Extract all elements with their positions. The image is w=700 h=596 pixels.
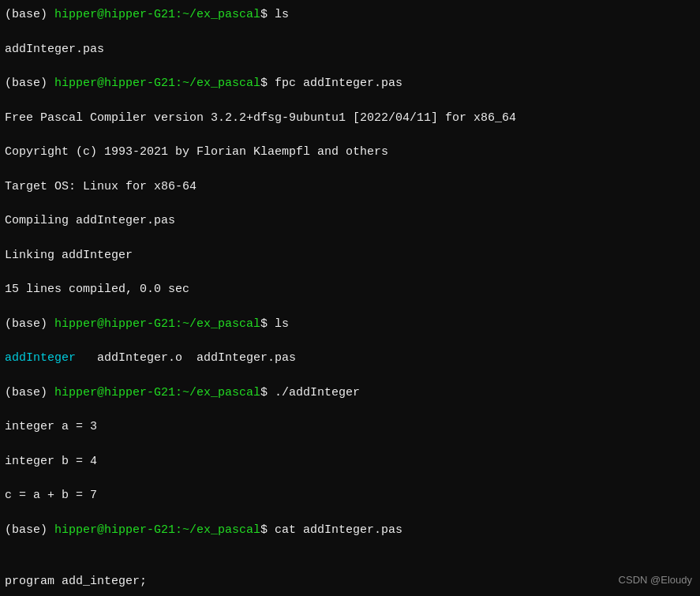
output-part: addInteger <box>5 351 76 365</box>
prompt-line: (base) hipper@hipper-G21:~/ex_pascal$ ls <box>5 316 695 333</box>
prompt-path: :~/ex_pascal <box>175 8 260 21</box>
blank-line <box>5 556 695 573</box>
output-line: c = a + b = 7 <box>5 487 695 504</box>
output-line: Linking addInteger <box>5 247 695 264</box>
watermark: CSDN @Eloudy <box>619 573 692 588</box>
prompt-path: :~/ex_pascal <box>175 523 260 537</box>
command-text: cat addInteger.pas <box>275 523 402 537</box>
prompt-line: (base) hipper@hipper-G21:~/ex_pascal$ ./… <box>5 384 695 402</box>
output-line: Free Pascal Compiler version 3.2.2+dfsg-… <box>5 110 695 127</box>
command-text: ./addInteger <box>275 386 360 399</box>
output-line: Target OS: Linux for x86-64 <box>5 178 695 196</box>
output-line: Compiling addInteger.pas <box>5 212 695 230</box>
prompt-user: hipper@hipper-G21 <box>54 523 175 537</box>
output-line-mixed: addInteger addInteger.o addInteger.pas <box>5 350 695 367</box>
output-line: addInteger.pas <box>5 41 695 58</box>
prompt-user: hipper@hipper-G21 <box>54 317 175 331</box>
prompt-dollar: $ <box>260 317 275 331</box>
output-line: integer b = 4 <box>5 453 695 470</box>
prompt-line: (base) hipper@hipper-G21:~/ex_pascal$ ls <box>5 6 695 24</box>
prompt-base: (base) <box>5 8 54 21</box>
prompt-dollar: $ <box>260 77 275 90</box>
prompt-user: hipper@hipper-G21 <box>54 8 175 21</box>
output-part: addInteger.o addInteger.pas <box>76 351 296 365</box>
prompt-path: :~/ex_pascal <box>175 386 260 399</box>
prompt-base: (base) <box>5 386 54 399</box>
prompt-dollar: $ <box>260 386 275 399</box>
prompt-user: hipper@hipper-G21 <box>54 77 175 90</box>
command-text: fpc addInteger.pas <box>275 77 402 90</box>
prompt-line: (base) hipper@hipper-G21:~/ex_pascal$ ca… <box>5 522 695 539</box>
prompt-base: (base) <box>5 523 54 537</box>
prompt-base: (base) <box>5 77 54 90</box>
output-line: program add_integer; <box>5 573 695 590</box>
command-text: ls <box>275 8 289 21</box>
prompt-path: :~/ex_pascal <box>175 317 260 331</box>
output-line: integer a = 3 <box>5 418 695 436</box>
prompt-dollar: $ <box>260 8 275 21</box>
output-line: Copyright (c) 1993-2021 by Florian Klaem… <box>5 144 695 161</box>
prompt-user: hipper@hipper-G21 <box>54 386 175 399</box>
prompt-dollar: $ <box>260 523 275 537</box>
prompt-line: (base) hipper@hipper-G21:~/ex_pascal$ fp… <box>5 75 695 92</box>
prompt-path: :~/ex_pascal <box>175 77 260 90</box>
command-text: ls <box>275 317 289 331</box>
output-line: 15 lines compiled, 0.0 sec <box>5 281 695 298</box>
prompt-base: (base) <box>5 317 54 331</box>
terminal: (base) hipper@hipper-G21:~/ex_pascal$ ls… <box>0 0 700 596</box>
